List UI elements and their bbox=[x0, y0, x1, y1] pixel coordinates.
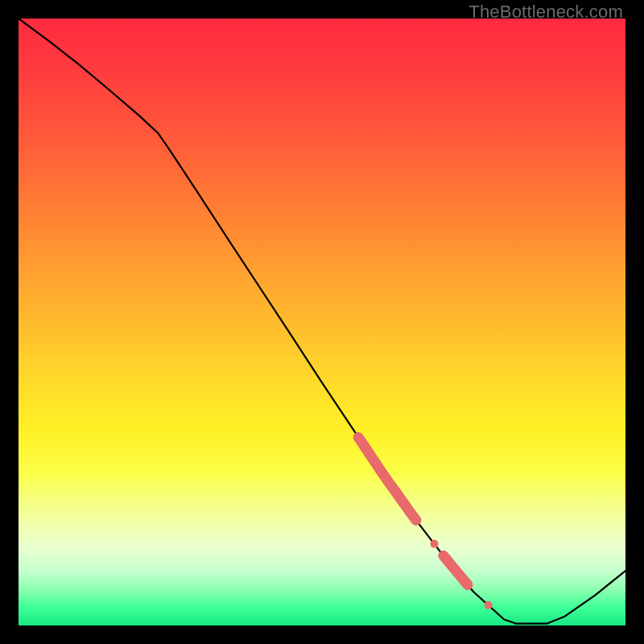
watermark-text: TheBottleneck.com bbox=[469, 2, 623, 23]
bottleneck-curve bbox=[19, 19, 625, 624]
data-marker-segment bbox=[358, 437, 416, 520]
data-marker-segment bbox=[444, 555, 468, 584]
chart-area bbox=[19, 19, 625, 625]
data-marker bbox=[431, 540, 439, 548]
chart-svg bbox=[19, 19, 625, 625]
marker-group bbox=[358, 437, 492, 609]
data-marker bbox=[485, 601, 493, 609]
